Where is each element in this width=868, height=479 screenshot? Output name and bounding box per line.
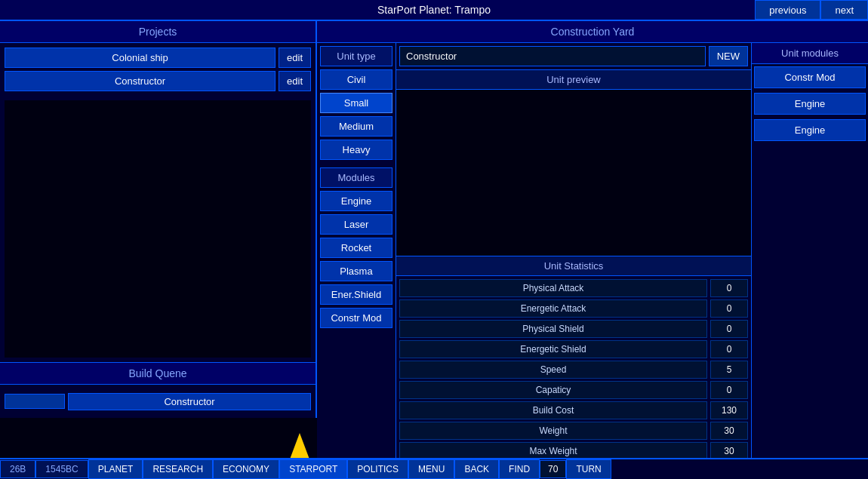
- window-title: StarPort Planet: Trampo: [377, 4, 491, 16]
- stat-value-4: 5: [710, 361, 748, 379]
- type-small[interactable]: Small: [320, 93, 392, 113]
- stat-value-0: 0: [710, 279, 748, 297]
- installed-module-2[interactable]: Engine: [754, 119, 866, 141]
- build-queue-header: Build Quene: [0, 362, 315, 385]
- stat-name-1: Energetic Attack: [399, 299, 707, 318]
- project-list: Colonial ship edit Constructor edit: [0, 43, 315, 96]
- stat-row-2: Physical Shield0: [399, 320, 748, 338]
- stat-row-4: Speed5: [399, 361, 748, 379]
- unit-name-input[interactable]: [399, 46, 706, 66]
- title-bar: StarPort Planet: Trampo previous next: [0, 0, 868, 21]
- unit-stats-section: Unit Statistics Physical Attack0Energeti…: [396, 256, 751, 463]
- stat-value-6: 130: [710, 401, 748, 419]
- unit-modules-column: Unit modules Constr Mod Engine Engine: [751, 43, 868, 463]
- center-column: NEW Unit preview Unit Statistics Physica…: [396, 43, 751, 463]
- unit-name-bar: NEW: [396, 43, 751, 70]
- nav-find[interactable]: FIND: [499, 459, 540, 479]
- previous-button[interactable]: previous: [755, 0, 820, 20]
- build-queue-content: Constructor: [0, 385, 315, 418]
- bottom-info-26b: 26B: [0, 460, 35, 478]
- project-row-1: Constructor edit: [5, 71, 311, 91]
- stat-name-0: Physical Attack: [399, 279, 707, 297]
- type-civil[interactable]: Civil: [320, 69, 392, 90]
- unit-type-column: Unit type Civil Small Medium Heavy Modul…: [317, 43, 396, 463]
- stat-row-1: Energetic Attack0: [399, 299, 748, 318]
- project-constructor[interactable]: Constructor: [5, 71, 275, 91]
- construction-body: Unit type Civil Small Medium Heavy Modul…: [317, 43, 868, 463]
- stat-value-3: 0: [710, 340, 748, 358]
- bottom-bar: 26B 1545BC PLANET RESEARCH ECONOMY STARP…: [0, 458, 868, 479]
- main-content: Projects Colonial ship edit Constructor …: [0, 21, 868, 463]
- left-panel: Projects Colonial ship edit Constructor …: [0, 21, 317, 463]
- stat-value-5: 0: [710, 381, 748, 399]
- left-black-area: [5, 100, 311, 358]
- nav-starport[interactable]: STARPORT: [279, 459, 347, 479]
- construction-yard-header: Construction Yard: [317, 21, 868, 43]
- next-button[interactable]: next: [820, 0, 868, 20]
- stat-name-6: Build Cost: [399, 401, 707, 419]
- stat-name-7: Weight: [399, 422, 707, 440]
- project-edit-0[interactable]: edit: [279, 48, 311, 68]
- stat-value-2: 0: [710, 320, 748, 338]
- module-energy-shield[interactable]: Ener.Shield: [320, 284, 392, 305]
- unit-preview-header: Unit preview: [396, 70, 751, 90]
- turn-button[interactable]: TURN: [566, 459, 611, 479]
- stats-grid: Physical Attack0Energetic Attack0Physica…: [396, 276, 751, 463]
- module-laser[interactable]: Laser: [320, 214, 392, 235]
- bottom-info-bc: 1545BC: [35, 460, 88, 478]
- installed-module-1[interactable]: Engine: [754, 93, 866, 115]
- stat-row-5: Capaticy0: [399, 381, 748, 399]
- new-button[interactable]: NEW: [709, 46, 748, 66]
- stat-row-7: Weight30: [399, 422, 748, 440]
- right-panel: Construction Yard Unit type Civil Small …: [317, 21, 868, 463]
- type-medium[interactable]: Medium: [320, 116, 392, 137]
- installed-module-0[interactable]: Constr Mod: [754, 66, 866, 88]
- stat-row-0: Physical Attack0: [399, 279, 748, 297]
- stat-row-3: Energetic Shield0: [399, 340, 748, 358]
- preview-stats: Unit preview Unit Statistics Physical At…: [396, 70, 751, 463]
- projects-header: Projects: [0, 21, 315, 43]
- queue-item: Constructor: [68, 393, 311, 410]
- nav-politics[interactable]: POLITICS: [347, 459, 408, 479]
- stat-name-3: Energetic Shield: [399, 340, 707, 358]
- title-nav: previous next: [755, 0, 868, 20]
- nav-menu[interactable]: MENU: [408, 459, 454, 479]
- module-rocket[interactable]: Rocket: [320, 238, 392, 258]
- stat-value-7: 30: [710, 422, 748, 440]
- unit-type-label: Unit type: [320, 46, 392, 66]
- unit-preview-canvas: [396, 90, 751, 256]
- unit-stats-header: Unit Statistics: [396, 256, 751, 276]
- preview-area: Unit preview Unit Statistics Physical At…: [396, 70, 751, 463]
- queue-progress-bar: [5, 394, 65, 409]
- stat-name-4: Speed: [399, 361, 707, 379]
- module-plasma[interactable]: Plasma: [320, 261, 392, 281]
- project-colonial-ship[interactable]: Colonial ship: [5, 48, 275, 68]
- stat-value-1: 0: [710, 299, 748, 318]
- nav-economy[interactable]: ECONOMY: [213, 459, 279, 479]
- type-heavy[interactable]: Heavy: [320, 140, 392, 160]
- modules-label: Modules: [320, 167, 392, 188]
- module-engine[interactable]: Engine: [320, 191, 392, 211]
- corner-decoration: [0, 418, 317, 463]
- nav-planet[interactable]: PLANET: [88, 459, 143, 479]
- project-edit-1[interactable]: edit: [279, 71, 311, 91]
- project-row-0: Colonial ship edit: [5, 48, 311, 68]
- unit-modules-header: Unit modules: [752, 43, 868, 64]
- nav-research[interactable]: RESEARCH: [143, 459, 213, 479]
- stat-name-5: Capaticy: [399, 381, 707, 399]
- module-constr-mod[interactable]: Constr Mod: [320, 308, 392, 328]
- stat-name-2: Physical Shield: [399, 320, 707, 338]
- nav-back[interactable]: BACK: [454, 459, 499, 479]
- stat-row-6: Build Cost130: [399, 401, 748, 419]
- bottom-number: 70: [540, 460, 566, 478]
